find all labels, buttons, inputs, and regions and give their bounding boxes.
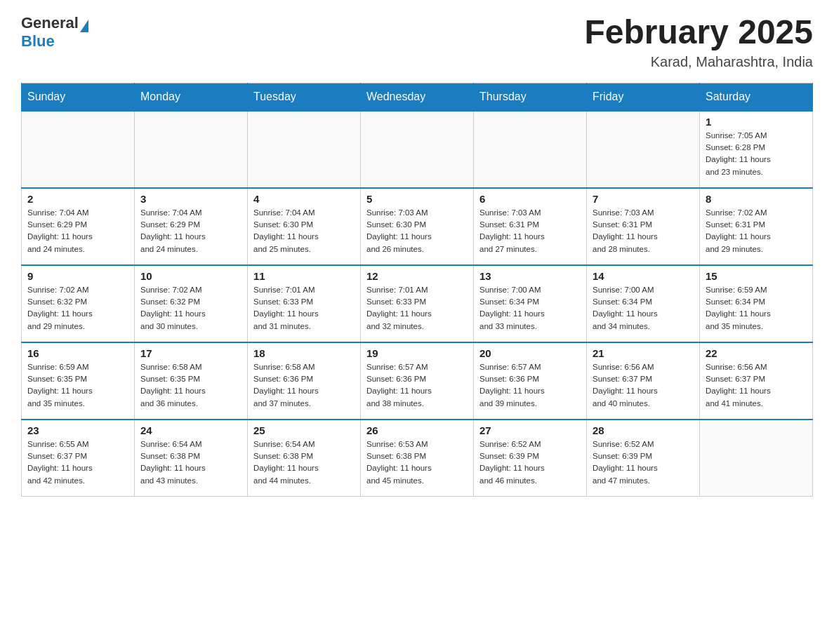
calendar-cell: 17Sunrise: 6:58 AM Sunset: 6:35 PM Dayli… [135, 342, 248, 420]
day-info: Sunrise: 7:00 AM Sunset: 6:34 PM Dayligh… [593, 284, 694, 333]
day-number: 13 [479, 270, 581, 282]
calendar-cell: 14Sunrise: 7:00 AM Sunset: 6:34 PM Dayli… [587, 265, 700, 342]
calendar-day-header: Tuesday [248, 83, 361, 111]
day-info: Sunrise: 7:03 AM Sunset: 6:31 PM Dayligh… [593, 207, 694, 255]
day-info: Sunrise: 7:03 AM Sunset: 6:30 PM Dayligh… [366, 207, 468, 255]
calendar-cell [700, 420, 813, 497]
day-number: 16 [27, 347, 128, 359]
day-info: Sunrise: 6:53 AM Sunset: 6:38 PM Dayligh… [366, 438, 468, 487]
day-number: 21 [593, 347, 694, 359]
calendar-day-header: Friday [587, 83, 700, 111]
calendar-cell: 7Sunrise: 7:03 AM Sunset: 6:31 PM Daylig… [587, 188, 700, 265]
calendar-cell [474, 111, 587, 188]
page-header: General Blue February 2025 Karad, Mahara… [21, 14, 813, 70]
title-block: February 2025 Karad, Maharashtra, India [584, 14, 813, 70]
calendar-cell: 27Sunrise: 6:52 AM Sunset: 6:39 PM Dayli… [474, 420, 587, 497]
day-number: 26 [366, 424, 468, 436]
calendar-header-row: SundayMondayTuesdayWednesdayThursdayFrid… [22, 83, 813, 111]
day-number: 14 [593, 270, 694, 282]
calendar-cell: 19Sunrise: 6:57 AM Sunset: 6:36 PM Dayli… [361, 342, 474, 420]
calendar-cell: 15Sunrise: 6:59 AM Sunset: 6:34 PM Dayli… [700, 265, 813, 342]
calendar-cell: 26Sunrise: 6:53 AM Sunset: 6:38 PM Dayli… [361, 420, 474, 497]
day-number: 20 [479, 347, 581, 359]
day-number: 3 [140, 193, 241, 205]
day-info: Sunrise: 6:59 AM Sunset: 6:35 PM Dayligh… [27, 361, 128, 410]
location-title: Karad, Maharashtra, India [584, 54, 813, 70]
day-number: 7 [593, 193, 694, 205]
day-info: Sunrise: 7:02 AM Sunset: 6:32 PM Dayligh… [27, 284, 128, 333]
day-number: 15 [706, 270, 807, 282]
calendar-day-header: Wednesday [361, 83, 474, 111]
day-info: Sunrise: 7:02 AM Sunset: 6:31 PM Dayligh… [706, 207, 807, 255]
day-info: Sunrise: 6:52 AM Sunset: 6:39 PM Dayligh… [593, 438, 694, 487]
calendar-cell: 28Sunrise: 6:52 AM Sunset: 6:39 PM Dayli… [587, 420, 700, 497]
day-info: Sunrise: 6:58 AM Sunset: 6:35 PM Dayligh… [140, 361, 241, 410]
day-number: 18 [253, 347, 355, 359]
calendar-day-header: Monday [135, 83, 248, 111]
day-info: Sunrise: 7:03 AM Sunset: 6:31 PM Dayligh… [479, 207, 581, 255]
calendar-day-header: Saturday [700, 83, 813, 111]
calendar-cell [22, 111, 135, 188]
day-info: Sunrise: 6:58 AM Sunset: 6:36 PM Dayligh… [253, 361, 355, 410]
day-info: Sunrise: 6:54 AM Sunset: 6:38 PM Dayligh… [140, 438, 241, 487]
day-info: Sunrise: 7:04 AM Sunset: 6:29 PM Dayligh… [27, 207, 128, 255]
day-info: Sunrise: 6:56 AM Sunset: 6:37 PM Dayligh… [593, 361, 694, 410]
logo-blue-text: Blue [21, 32, 88, 51]
logo-triangle-icon [80, 20, 88, 32]
logo: General Blue [21, 14, 88, 51]
calendar-week-row: 23Sunrise: 6:55 AM Sunset: 6:37 PM Dayli… [22, 420, 813, 497]
calendar-cell: 23Sunrise: 6:55 AM Sunset: 6:37 PM Dayli… [22, 420, 135, 497]
day-info: Sunrise: 6:57 AM Sunset: 6:36 PM Dayligh… [479, 361, 581, 410]
day-number: 8 [706, 193, 807, 205]
day-number: 5 [366, 193, 468, 205]
calendar-cell: 16Sunrise: 6:59 AM Sunset: 6:35 PM Dayli… [22, 342, 135, 420]
day-number: 17 [140, 347, 241, 359]
calendar-cell: 5Sunrise: 7:03 AM Sunset: 6:30 PM Daylig… [361, 188, 474, 265]
day-number: 27 [479, 424, 581, 436]
calendar-cell: 12Sunrise: 7:01 AM Sunset: 6:33 PM Dayli… [361, 265, 474, 342]
calendar-cell: 18Sunrise: 6:58 AM Sunset: 6:36 PM Dayli… [248, 342, 361, 420]
day-number: 6 [479, 193, 581, 205]
calendar-table: SundayMondayTuesdayWednesdayThursdayFrid… [21, 83, 813, 497]
day-info: Sunrise: 7:01 AM Sunset: 6:33 PM Dayligh… [366, 284, 468, 333]
day-number: 4 [253, 193, 355, 205]
day-number: 2 [27, 193, 128, 205]
calendar-cell [135, 111, 248, 188]
calendar-cell: 25Sunrise: 6:54 AM Sunset: 6:38 PM Dayli… [248, 420, 361, 497]
day-info: Sunrise: 7:04 AM Sunset: 6:29 PM Dayligh… [140, 207, 241, 255]
day-info: Sunrise: 6:56 AM Sunset: 6:37 PM Dayligh… [706, 361, 807, 410]
day-number: 25 [253, 424, 355, 436]
calendar-cell: 1Sunrise: 7:05 AM Sunset: 6:28 PM Daylig… [700, 111, 813, 188]
calendar-cell: 21Sunrise: 6:56 AM Sunset: 6:37 PM Dayli… [587, 342, 700, 420]
day-info: Sunrise: 6:52 AM Sunset: 6:39 PM Dayligh… [479, 438, 581, 487]
day-number: 22 [706, 347, 807, 359]
calendar-cell: 9Sunrise: 7:02 AM Sunset: 6:32 PM Daylig… [22, 265, 135, 342]
day-number: 10 [140, 270, 241, 282]
day-number: 9 [27, 270, 128, 282]
calendar-week-row: 1Sunrise: 7:05 AM Sunset: 6:28 PM Daylig… [22, 111, 813, 188]
calendar-cell: 22Sunrise: 6:56 AM Sunset: 6:37 PM Dayli… [700, 342, 813, 420]
calendar-week-row: 2Sunrise: 7:04 AM Sunset: 6:29 PM Daylig… [22, 188, 813, 265]
day-number: 19 [366, 347, 468, 359]
logo-general-text: General [21, 14, 79, 32]
calendar-cell: 6Sunrise: 7:03 AM Sunset: 6:31 PM Daylig… [474, 188, 587, 265]
calendar-cell [248, 111, 361, 188]
day-number: 11 [253, 270, 355, 282]
day-info: Sunrise: 7:01 AM Sunset: 6:33 PM Dayligh… [253, 284, 355, 333]
calendar-cell [361, 111, 474, 188]
day-number: 24 [140, 424, 241, 436]
day-number: 12 [366, 270, 468, 282]
day-info: Sunrise: 7:04 AM Sunset: 6:30 PM Dayligh… [253, 207, 355, 255]
calendar-cell: 3Sunrise: 7:04 AM Sunset: 6:29 PM Daylig… [135, 188, 248, 265]
month-title: February 2025 [584, 14, 813, 51]
calendar-cell: 13Sunrise: 7:00 AM Sunset: 6:34 PM Dayli… [474, 265, 587, 342]
day-info: Sunrise: 7:00 AM Sunset: 6:34 PM Dayligh… [479, 284, 581, 333]
calendar-day-header: Thursday [474, 83, 587, 111]
day-info: Sunrise: 7:05 AM Sunset: 6:28 PM Dayligh… [706, 130, 807, 178]
day-number: 1 [706, 116, 807, 128]
day-info: Sunrise: 6:55 AM Sunset: 6:37 PM Dayligh… [27, 438, 128, 487]
day-info: Sunrise: 6:59 AM Sunset: 6:34 PM Dayligh… [706, 284, 807, 333]
calendar-cell: 20Sunrise: 6:57 AM Sunset: 6:36 PM Dayli… [474, 342, 587, 420]
day-number: 28 [593, 424, 694, 436]
calendar-cell: 4Sunrise: 7:04 AM Sunset: 6:30 PM Daylig… [248, 188, 361, 265]
